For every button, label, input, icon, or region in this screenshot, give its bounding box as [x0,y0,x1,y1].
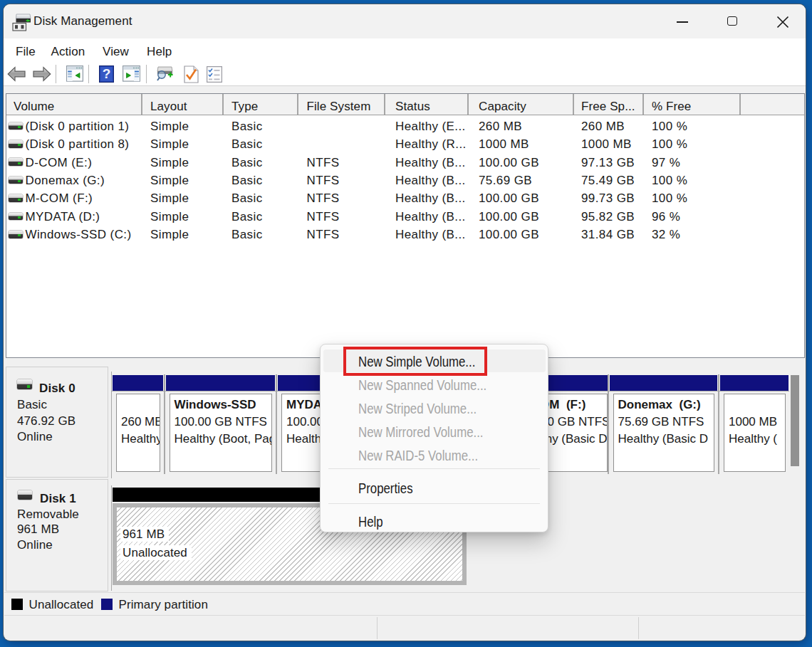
svg-text:?: ? [103,66,111,81]
